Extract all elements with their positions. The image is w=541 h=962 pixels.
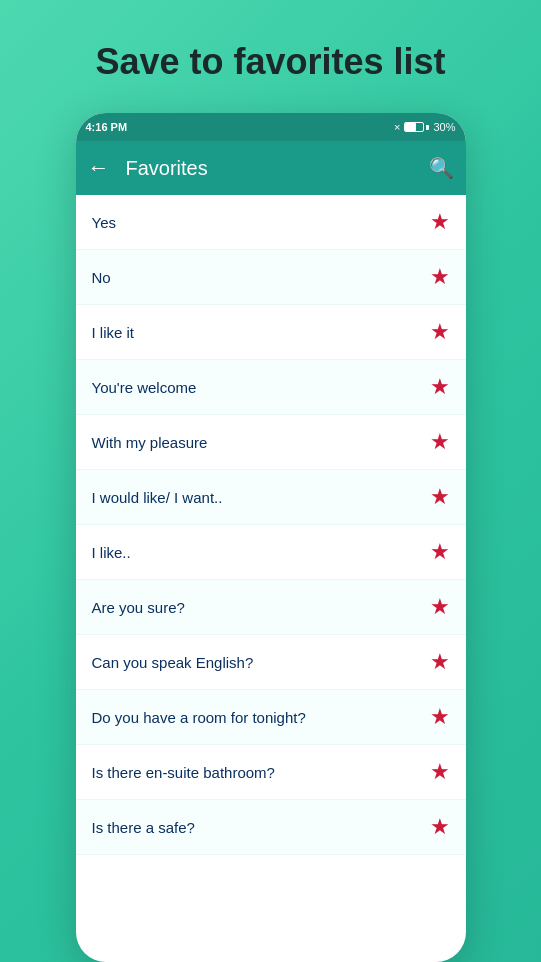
list-item-text: No — [92, 269, 111, 286]
search-button[interactable]: 🔍 — [429, 156, 454, 180]
list-item[interactable]: No★ — [76, 250, 466, 305]
app-bar: ← Favorites 🔍 — [76, 141, 466, 195]
star-icon[interactable]: ★ — [430, 484, 450, 510]
list-item-text: I would like/ I want.. — [92, 489, 223, 506]
back-button[interactable]: ← — [88, 155, 110, 181]
phone-frame: 4:16 PM × 30% ← Favorites 🔍 Yes★No★I lik… — [76, 113, 466, 962]
star-icon[interactable]: ★ — [430, 209, 450, 235]
battery-percent: 30% — [433, 121, 455, 133]
list-item[interactable]: I like it★ — [76, 305, 466, 360]
list-item-text: I like.. — [92, 544, 131, 561]
page-title: Save to favorites list — [75, 40, 465, 83]
list-item-text: With my pleasure — [92, 434, 208, 451]
star-icon[interactable]: ★ — [430, 814, 450, 840]
signal-icon: × — [394, 121, 400, 133]
status-time: 4:16 PM — [86, 121, 128, 133]
star-icon[interactable]: ★ — [430, 704, 450, 730]
star-icon[interactable]: ★ — [430, 649, 450, 675]
star-icon[interactable]: ★ — [430, 429, 450, 455]
list-item[interactable]: Can you speak English?★ — [76, 635, 466, 690]
list-item-text: Do you have a room for tonight? — [92, 709, 306, 726]
list-item-text: Is there a safe? — [92, 819, 195, 836]
favorites-list: Yes★No★I like it★You're welcome★With my … — [76, 195, 466, 855]
star-icon[interactable]: ★ — [430, 594, 450, 620]
list-item[interactable]: With my pleasure★ — [76, 415, 466, 470]
status-right: × 30% — [394, 121, 455, 133]
battery-icon — [404, 122, 429, 132]
list-item[interactable]: I would like/ I want..★ — [76, 470, 466, 525]
star-icon[interactable]: ★ — [430, 264, 450, 290]
list-item-text: You're welcome — [92, 379, 197, 396]
list-item-text: Yes — [92, 214, 116, 231]
star-icon[interactable]: ★ — [430, 759, 450, 785]
star-icon[interactable]: ★ — [430, 539, 450, 565]
list-item[interactable]: Yes★ — [76, 195, 466, 250]
list-item-text: Is there en-suite bathroom? — [92, 764, 275, 781]
status-bar: 4:16 PM × 30% — [76, 113, 466, 141]
app-bar-title: Favorites — [126, 157, 413, 180]
list-item[interactable]: Is there en-suite bathroom?★ — [76, 745, 466, 800]
list-item-text: Are you sure? — [92, 599, 185, 616]
list-item-text: Can you speak English? — [92, 654, 254, 671]
list-item[interactable]: Is there a safe?★ — [76, 800, 466, 855]
star-icon[interactable]: ★ — [430, 374, 450, 400]
list-item[interactable]: Do you have a room for tonight?★ — [76, 690, 466, 745]
star-icon[interactable]: ★ — [430, 319, 450, 345]
list-item-text: I like it — [92, 324, 135, 341]
list-item[interactable]: Are you sure?★ — [76, 580, 466, 635]
list-item[interactable]: You're welcome★ — [76, 360, 466, 415]
list-item[interactable]: I like..★ — [76, 525, 466, 580]
